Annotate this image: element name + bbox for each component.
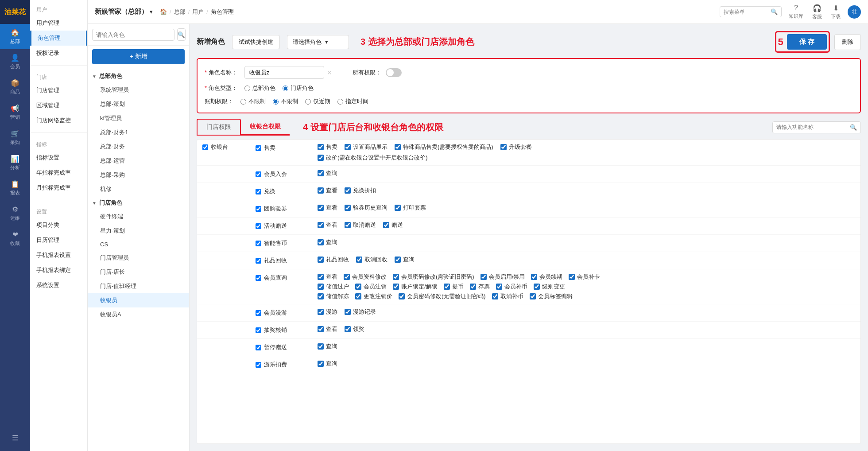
sub-sidebar-item-region-management[interactable]: 区域管理 bbox=[30, 98, 87, 113]
cb[interactable] bbox=[530, 293, 536, 299]
sub-sidebar-item-store-management[interactable]: 门店管理 bbox=[30, 83, 87, 98]
cb[interactable] bbox=[480, 274, 487, 280]
cb[interactable] bbox=[355, 284, 361, 290]
role-item[interactable]: 总部-财务 bbox=[88, 140, 189, 154]
perms-search-input[interactable] bbox=[776, 124, 847, 130]
radio-specified-input[interactable] bbox=[337, 99, 343, 105]
role-item[interactable]: 总部-采购 bbox=[88, 168, 189, 182]
role-item-cashier[interactable]: 收银员 bbox=[88, 293, 189, 307]
cb[interactable] bbox=[256, 206, 261, 212]
cb[interactable] bbox=[395, 144, 401, 150]
all-perms-toggle[interactable] bbox=[386, 68, 402, 77]
cb[interactable] bbox=[470, 284, 476, 290]
cb[interactable] bbox=[500, 144, 507, 150]
role-item[interactable]: 收银员A bbox=[88, 307, 189, 322]
cb[interactable] bbox=[395, 205, 401, 211]
role-item[interactable]: 机修 bbox=[88, 182, 189, 196]
cb[interactable] bbox=[383, 222, 389, 228]
radio-specified[interactable]: 指定时间 bbox=[337, 97, 368, 105]
cb[interactable] bbox=[356, 257, 362, 263]
sidebar-item-purchase[interactable]: 🛒 采购 bbox=[0, 125, 30, 150]
sub-sidebar-item-user-management[interactable]: 用户管理 bbox=[30, 16, 87, 31]
sub-sidebar-item-auth-records[interactable]: 授权记录 bbox=[30, 46, 87, 61]
sub-sidebar-item-project-category[interactable]: 项目分类 bbox=[30, 218, 87, 233]
cb[interactable] bbox=[256, 327, 261, 333]
knowledge-base-btn[interactable]: ? 知识库 bbox=[789, 4, 803, 19]
radio-hq-input[interactable] bbox=[244, 86, 250, 91]
cb[interactable] bbox=[318, 187, 324, 194]
cb[interactable] bbox=[256, 310, 261, 316]
tab-cashier-perms[interactable]: 收银台权限 bbox=[241, 119, 290, 136]
cb[interactable] bbox=[395, 257, 401, 263]
sub-sidebar-item-mobile-reports[interactable]: 手机报表设置 bbox=[30, 248, 87, 263]
cb[interactable] bbox=[393, 284, 399, 290]
cb[interactable] bbox=[318, 293, 324, 299]
cb[interactable] bbox=[318, 239, 324, 245]
org-selector[interactable]: 新娱管家（总部） ▾ bbox=[95, 8, 153, 16]
sidebar-item-marketing[interactable]: 📢 营销 bbox=[0, 100, 30, 125]
cb[interactable] bbox=[534, 284, 540, 290]
crumb-headquarters[interactable]: 总部 bbox=[174, 8, 186, 16]
cb[interactable] bbox=[345, 222, 351, 228]
radio-unlimited-input[interactable] bbox=[240, 99, 246, 105]
sidebar-item-headquarters[interactable]: 🏠 总部 bbox=[0, 24, 30, 49]
tab-store-perms[interactable]: 门店权限 bbox=[197, 119, 241, 136]
sub-sidebar-item-calendar[interactable]: 日历管理 bbox=[30, 233, 87, 248]
quick-create-button[interactable]: 试试快捷创建 bbox=[232, 35, 280, 49]
header-search[interactable]: 🔍 bbox=[720, 6, 782, 17]
cb[interactable] bbox=[318, 222, 324, 228]
cb[interactable] bbox=[344, 274, 350, 280]
cb[interactable] bbox=[318, 343, 324, 350]
cb[interactable] bbox=[345, 205, 351, 211]
cb[interactable] bbox=[256, 223, 261, 229]
cb[interactable] bbox=[318, 274, 324, 280]
role-search-input[interactable] bbox=[92, 29, 174, 41]
store-group-header[interactable]: ▼ 门店角色 bbox=[88, 196, 189, 210]
role-item[interactable]: 门店-店长 bbox=[88, 265, 189, 279]
cb[interactable] bbox=[399, 293, 405, 299]
cb[interactable] bbox=[345, 309, 351, 315]
delete-button[interactable]: 删除 bbox=[834, 34, 861, 50]
cb[interactable] bbox=[256, 171, 261, 177]
perm-cashier-checkbox[interactable] bbox=[202, 144, 208, 150]
role-item[interactable]: 星力-策划 bbox=[88, 224, 189, 238]
role-item[interactable]: 总部-策划 bbox=[88, 97, 189, 111]
sidebar-item-favorites[interactable]: ❤ 收藏 bbox=[0, 226, 30, 251]
sub-sidebar-item-mobile-bind[interactable]: 手机报表绑定 bbox=[30, 263, 87, 278]
cb[interactable] bbox=[256, 189, 261, 194]
cb[interactable] bbox=[318, 205, 324, 211]
cb[interactable] bbox=[256, 258, 261, 264]
customer-service-btn[interactable]: 🎧 客服 bbox=[812, 4, 822, 20]
sidebar-item-members[interactable]: 👤 会员 bbox=[0, 49, 30, 74]
sub-sidebar-item-system-settings[interactable]: 系统设置 bbox=[30, 278, 87, 293]
role-item[interactable]: 系统管理员 bbox=[88, 83, 189, 97]
download-btn[interactable]: ⬇ 下载 bbox=[831, 4, 841, 20]
sub-sidebar-item-yearly-kpi[interactable]: 年指标完成率 bbox=[30, 165, 87, 180]
cb[interactable] bbox=[256, 345, 261, 350]
sidebar-menu-toggle[interactable]: ☰ bbox=[12, 429, 18, 447]
role-item[interactable]: kf管理员 bbox=[88, 111, 189, 125]
cb[interactable] bbox=[496, 284, 502, 290]
role-item[interactable]: 总部-财务1 bbox=[88, 125, 189, 140]
cb[interactable] bbox=[318, 284, 324, 290]
cb[interactable] bbox=[345, 187, 351, 194]
radio-recent-input[interactable] bbox=[305, 99, 311, 105]
cb[interactable] bbox=[318, 170, 324, 176]
sidebar-item-ops[interactable]: ⚙ 运维 bbox=[0, 201, 30, 226]
sidebar-item-reports[interactable]: 📋 报表 bbox=[0, 175, 30, 201]
cb[interactable] bbox=[355, 293, 361, 299]
sidebar-item-products[interactable]: 📦 商品 bbox=[0, 74, 30, 100]
cb[interactable] bbox=[318, 155, 324, 161]
sidebar-item-analytics[interactable]: 📊 分析 bbox=[0, 150, 30, 175]
role-item[interactable]: 硬件终端 bbox=[88, 210, 189, 224]
perm-sell-checkbox[interactable] bbox=[256, 145, 261, 151]
sub-sidebar-item-monthly-kpi[interactable]: 月指标完成率 bbox=[30, 180, 87, 195]
role-item[interactable]: 门店管理员 bbox=[88, 251, 189, 265]
save-button[interactable]: 保 存 bbox=[787, 34, 827, 50]
role-item[interactable]: CS bbox=[88, 238, 189, 251]
radio-hq-role[interactable]: 总部角色 bbox=[244, 84, 275, 92]
cb[interactable] bbox=[256, 241, 261, 246]
crumb-users[interactable]: 用户 bbox=[192, 8, 204, 16]
cb[interactable] bbox=[345, 326, 351, 332]
cb[interactable] bbox=[318, 309, 324, 315]
